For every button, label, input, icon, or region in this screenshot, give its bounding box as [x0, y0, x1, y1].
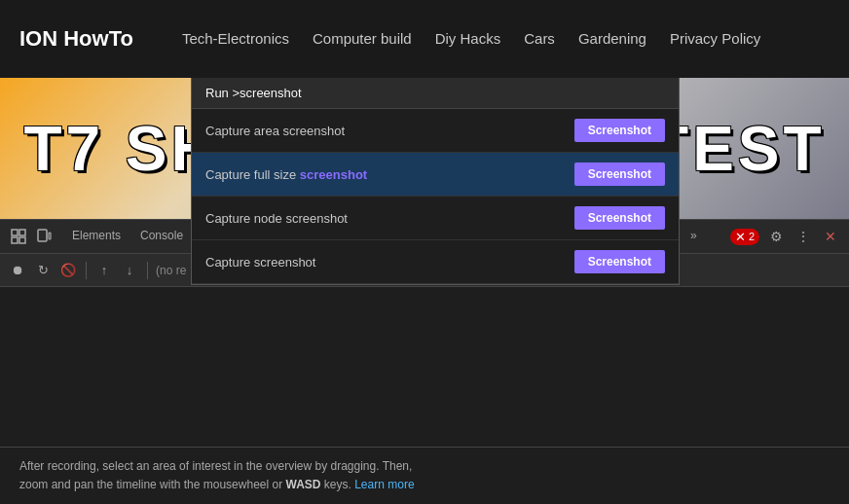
learn-more-link[interactable]: Learn more: [354, 478, 414, 491]
device-icon[interactable]: [33, 226, 55, 247]
close-devtools-icon[interactable]: ✕: [820, 226, 841, 247]
download-icon[interactable]: ↓: [120, 261, 139, 280]
command-row-capture-screenshot[interactable]: Capture screenshot Screenshot: [192, 240, 679, 284]
tab-more[interactable]: »: [681, 220, 707, 253]
screenshot-btn-capture-area[interactable]: Screenshot: [574, 119, 665, 142]
screenshot-btn-capture-node[interactable]: Screenshot: [574, 206, 665, 230]
command-label-capture-node: Capture node screenshot: [205, 211, 574, 226]
inspect-icon[interactable]: [8, 226, 29, 247]
screenshot-btn-capture-fullsize[interactable]: Screenshot: [574, 162, 665, 186]
nav-gardening[interactable]: Gardening: [578, 30, 646, 47]
upload-icon[interactable]: ↑: [94, 261, 114, 280]
site-brand[interactable]: ION HowTo: [19, 26, 133, 52]
error-badge: ✕ 2: [730, 229, 759, 245]
navbar: ION HowTo Tech-Electronics Computer buil…: [0, 0, 849, 78]
command-label-capture-fullsize: Capture full size screenshot: [205, 167, 574, 182]
tab-elements[interactable]: Elements: [62, 220, 130, 253]
perf-area: After recording, select an area of inter…: [0, 447, 849, 504]
perf-line2-prefix: zoom and pan the timeline with the mouse…: [19, 478, 286, 491]
more-icon[interactable]: ⋮: [793, 226, 814, 247]
nav-computer-build[interactable]: Computer build: [313, 30, 412, 47]
perf-line2-suffix: keys.: [321, 478, 355, 491]
svg-rect-0: [12, 230, 18, 235]
svg-rect-4: [38, 230, 47, 241]
command-overlay: Run >screenshot Capture area screenshot …: [191, 78, 680, 285]
perf-line1: After recording, select an area of inter…: [19, 459, 412, 473]
command-row-capture-node[interactable]: Capture node screenshot Screenshot: [192, 197, 679, 240]
command-row-capture-area[interactable]: Capture area screenshot Screenshot: [192, 109, 679, 153]
command-header-prefix: Run: [205, 86, 232, 100]
svg-rect-2: [12, 237, 18, 243]
command-label-capture-screenshot: Capture screenshot: [205, 255, 574, 270]
error-count: 2: [749, 231, 755, 242]
separator: [86, 262, 87, 279]
command-header-highlight: >screenshot: [232, 86, 301, 100]
tab-console[interactable]: Console: [130, 220, 193, 253]
main-content: T7 SHIELD SPEED TEST Elements Console So…: [0, 78, 849, 504]
command-header: Run >screenshot: [192, 78, 679, 109]
settings-icon[interactable]: ⚙: [765, 226, 787, 247]
nav-diy-hacks[interactable]: Diy Hacks: [435, 30, 501, 47]
clear-icon[interactable]: 🚫: [58, 261, 78, 280]
nav-privacy-policy[interactable]: Privacy Policy: [670, 30, 760, 47]
perf-text: After recording, select an area of inter…: [19, 457, 830, 494]
nav-tech-electronics[interactable]: Tech-Electronics: [182, 30, 289, 47]
devtools-right: ✕ 2 ⚙ ⋮ ✕: [730, 226, 841, 247]
command-label-capture-area: Capture area screenshot: [205, 124, 574, 138]
nav-cars[interactable]: Cars: [524, 30, 555, 47]
toolbar-label: (no re: [156, 264, 186, 277]
nav-links: Tech-Electronics Computer build Diy Hack…: [182, 30, 760, 48]
separator2: [147, 262, 148, 279]
refresh-icon[interactable]: ↻: [33, 261, 53, 280]
screenshot-btn-capture-screenshot[interactable]: Screenshot: [574, 250, 665, 273]
command-row-capture-fullsize[interactable]: Capture full size screenshot Screenshot: [192, 153, 679, 197]
svg-rect-3: [19, 237, 25, 243]
svg-rect-1: [19, 230, 25, 235]
svg-rect-5: [49, 233, 51, 239]
record-icon[interactable]: ⏺: [8, 261, 27, 280]
perf-wasd: WASD: [286, 478, 321, 491]
